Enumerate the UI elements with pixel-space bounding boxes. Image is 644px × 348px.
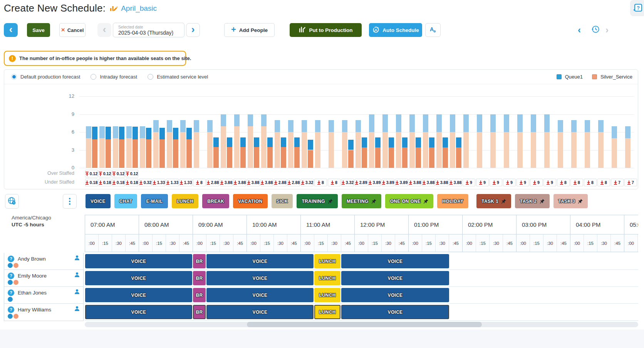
person-icon[interactable] bbox=[74, 255, 80, 263]
forecast-bar-queue1 bbox=[369, 114, 374, 132]
activity-button-chat[interactable]: CHAT bbox=[114, 194, 138, 208]
schedule-block-voice[interactable]: VOICE bbox=[341, 288, 449, 302]
next-date-button[interactable]: › bbox=[186, 23, 200, 37]
agent-name: Ethan Jones bbox=[18, 290, 47, 296]
cancel-button[interactable]: ×Cancel bbox=[59, 23, 86, 37]
arrow-down-icon bbox=[466, 181, 469, 185]
under-staffed-badge: 2.88 bbox=[287, 179, 300, 186]
activity-settings-button[interactable]: A bbox=[425, 23, 441, 37]
schedule-block-voice[interactable]: VOICE bbox=[341, 254, 449, 268]
schedule-block-br[interactable]: BR bbox=[193, 254, 206, 268]
queue-dot-blue bbox=[8, 297, 13, 302]
activity-button-voice[interactable]: VOICE bbox=[86, 194, 111, 208]
schedule-options-kebab-button[interactable] bbox=[63, 194, 77, 209]
under-staffed-badge: 7 bbox=[611, 179, 624, 186]
activity-button-sick[interactable]: SICK bbox=[272, 194, 293, 208]
activity-button-meeting[interactable]: MEETING bbox=[342, 194, 381, 208]
schedule-row[interactable]: VOICEBRVOICELUNCHVOICE bbox=[85, 253, 638, 270]
help-button[interactable]: ? bbox=[630, 0, 644, 16]
scheduled-bar-queue1 bbox=[159, 128, 165, 139]
forecast-option-radio[interactable]: Estimated service level bbox=[148, 74, 208, 80]
previous-date-button[interactable]: ‹ bbox=[97, 23, 111, 37]
schedule-block-voice[interactable]: VOICE bbox=[206, 288, 314, 302]
activity-button-task-2[interactable]: TASK 2 bbox=[515, 194, 550, 208]
history-forward-button[interactable]: › bbox=[605, 25, 609, 35]
hour-cell: 02:00 PM bbox=[462, 215, 516, 234]
schedule-block-br[interactable]: BR bbox=[193, 288, 206, 302]
schedule-block-voice[interactable]: VOICE bbox=[206, 305, 314, 319]
forecast-bar-queue1 bbox=[194, 120, 199, 132]
person-icon[interactable] bbox=[74, 272, 80, 279]
activity-button-task-3[interactable]: TASK 3 bbox=[553, 194, 588, 208]
quarter-cell: :00 bbox=[354, 234, 368, 252]
history-icon[interactable] bbox=[591, 25, 600, 35]
activity-button-holiday[interactable]: HOLIDAY bbox=[437, 194, 468, 208]
horizontal-scrollbar[interactable] bbox=[85, 322, 638, 327]
schedule-block-lunch[interactable]: LUNCH bbox=[314, 271, 340, 285]
quarter-cell: :30 bbox=[381, 234, 395, 252]
question-circle-icon[interactable]: ? bbox=[8, 256, 14, 262]
activity-button-training[interactable]: TRAINING bbox=[297, 194, 337, 208]
history-back-button[interactable]: ‹ bbox=[578, 25, 581, 35]
schedule-block-voice[interactable]: VOICE bbox=[85, 288, 192, 302]
scrollbar-thumb[interactable] bbox=[247, 322, 482, 327]
block-label: VOICE bbox=[131, 259, 146, 264]
put-to-production-button[interactable]: Put to Production bbox=[290, 23, 362, 37]
agent-name-line: ?Emily Moore bbox=[8, 272, 80, 279]
scheduled-bar-queue1 bbox=[146, 128, 151, 139]
schedule-row[interactable]: VOICEBRVOICELUNCHVOICE bbox=[85, 304, 638, 321]
schedule-row[interactable]: VOICEBRVOICELUNCHVOICE bbox=[85, 287, 638, 304]
scheduled-bar-silver bbox=[416, 147, 421, 168]
question-circle-icon[interactable]: ? bbox=[8, 306, 14, 313]
under-staffed-badge: 3.88 bbox=[449, 179, 462, 186]
auto-schedule-button[interactable]: A Auto Schedule bbox=[369, 23, 422, 37]
schedule-block-voice[interactable]: VOICE bbox=[85, 254, 192, 268]
radio-icon bbox=[91, 74, 96, 80]
quarter-cell: :00 bbox=[300, 234, 314, 252]
question-circle-icon[interactable]: ? bbox=[8, 273, 14, 279]
forecast-bar-silver bbox=[234, 126, 240, 168]
forecast-bar-queue1 bbox=[612, 126, 617, 138]
schedule-block-voice[interactable]: VOICE bbox=[206, 254, 314, 268]
schedule-block-voice[interactable]: VOICE bbox=[85, 271, 192, 285]
schedule-block-voice[interactable]: VOICE bbox=[206, 271, 314, 285]
quarter-cell: :45 bbox=[449, 234, 462, 252]
back-button[interactable]: ‹ bbox=[4, 23, 18, 37]
save-button[interactable]: Save bbox=[27, 23, 50, 37]
arrow-down-icon bbox=[166, 181, 169, 185]
chart-ytick-label: 12 bbox=[60, 93, 74, 99]
schedule-name-link[interactable]: April_basic bbox=[121, 4, 157, 13]
under-staffed-badge: 0.18 bbox=[112, 179, 125, 186]
activity-button-task-1[interactable]: TASK 1 bbox=[476, 194, 511, 208]
arrow-down-icon bbox=[139, 181, 143, 185]
question-circle-icon[interactable]: ? bbox=[8, 289, 14, 296]
forecast-bar-silver bbox=[625, 138, 631, 168]
forecast-bar-queue1 bbox=[625, 126, 631, 138]
schedule-block-br[interactable]: BR bbox=[193, 271, 206, 285]
forecast-option-radio[interactable]: Intraday forecast bbox=[91, 74, 137, 80]
schedule-block-lunch[interactable]: LUNCH bbox=[314, 254, 340, 268]
forecast-bar-silver bbox=[288, 132, 293, 168]
forecast-bar-queue1 bbox=[598, 120, 604, 132]
block-label: VOICE bbox=[388, 276, 403, 281]
add-people-button[interactable]: +Add People bbox=[224, 23, 275, 37]
schedule-block-br[interactable]: BR bbox=[193, 305, 206, 319]
selected-date-field[interactable]: Selected date 2025-04-03 (Thursday) bbox=[113, 23, 184, 37]
schedule-block-voice[interactable]: VOICE bbox=[341, 305, 449, 319]
activity-button-e-mail[interactable]: E-MAIL bbox=[141, 194, 168, 208]
activity-button-one-on-one[interactable]: ONE ON ONE bbox=[385, 194, 434, 208]
schedule-row[interactable]: VOICEBRVOICELUNCHVOICE bbox=[85, 270, 638, 287]
queue-dot-blue bbox=[8, 280, 13, 285]
person-icon[interactable] bbox=[74, 306, 80, 313]
forecast-option-radio[interactable]: Default production forecast bbox=[11, 74, 80, 80]
activity-button-vacation[interactable]: VACATION bbox=[233, 194, 267, 208]
activity-button-break[interactable]: BREAK bbox=[202, 194, 229, 208]
block-label: VOICE bbox=[253, 310, 268, 315]
person-icon[interactable] bbox=[74, 289, 80, 296]
schedule-block-voice[interactable]: VOICE bbox=[341, 271, 449, 285]
schedule-block-voice[interactable]: VOICE bbox=[85, 305, 192, 319]
activity-button-lunch[interactable]: LUNCH bbox=[172, 194, 199, 208]
schedule-block-lunch[interactable]: LUNCH bbox=[314, 288, 340, 302]
schedule-block-lunch[interactable]: LUNCH bbox=[314, 305, 340, 319]
timezone-globe-button[interactable] bbox=[5, 194, 19, 209]
